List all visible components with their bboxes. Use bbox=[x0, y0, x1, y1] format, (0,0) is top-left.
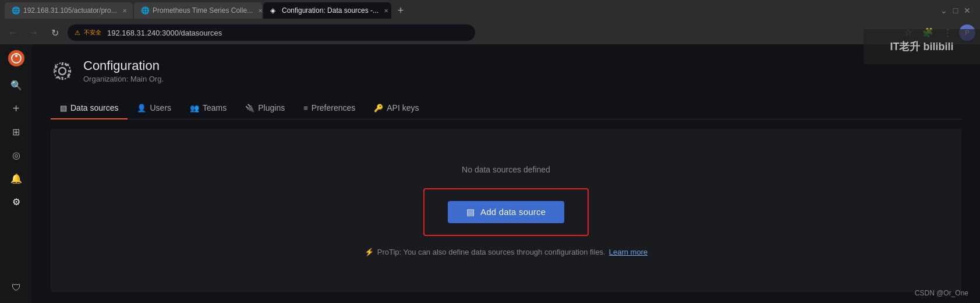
datasources-tab-icon: ▤ bbox=[60, 104, 67, 112]
sidebar-item-server-admin[interactable]: 🛡 bbox=[5, 277, 28, 298]
tab-favicon-2: 🌐 bbox=[141, 6, 149, 15]
server-admin-icon: 🛡 bbox=[12, 283, 21, 293]
protip-text: ⚡ ProTip: You can also define data sourc… bbox=[365, 248, 648, 256]
sidebar: 🔍 + ⊞ ◎ 🔔 ⚙ 🛡 bbox=[0, 44, 32, 303]
tab-users[interactable]: 👤 Users bbox=[128, 97, 181, 119]
explore-icon: ◎ bbox=[12, 150, 20, 161]
sidebar-item-search[interactable]: 🔍 bbox=[5, 75, 28, 96]
preferences-tab-label: Preferences bbox=[312, 103, 355, 112]
sidebar-item-dashboards[interactable]: ⊞ bbox=[5, 121, 28, 142]
datasources-tab-label: Data sources bbox=[70, 103, 118, 112]
tab-favicon-3: ◈ bbox=[270, 6, 278, 15]
page-title-block: Configuration Organization: Main Org. bbox=[83, 58, 164, 83]
tab-teams[interactable]: 👥 Teams bbox=[181, 97, 236, 119]
csdn-watermark: CSDN @Or_One bbox=[915, 289, 968, 297]
maximize-icon[interactable]: □ bbox=[952, 7, 959, 14]
sidebar-item-add[interactable]: + bbox=[5, 98, 28, 119]
configuration-gear-icon bbox=[51, 59, 74, 83]
add-icon: + bbox=[13, 102, 20, 115]
tab-close-3[interactable]: ✕ bbox=[382, 6, 390, 15]
content-area: No data sources defined ▤ Add data sourc… bbox=[51, 129, 961, 292]
new-tab-button[interactable]: + bbox=[392, 2, 409, 19]
security-icon: ⚠ bbox=[75, 29, 80, 37]
page-subtitle: Organization: Main Org. bbox=[83, 75, 164, 83]
tab-datasources[interactable]: ▤ Data sources bbox=[51, 97, 128, 119]
add-datasource-btn-icon: ▤ bbox=[466, 207, 475, 217]
close-icon[interactable]: ✕ bbox=[964, 7, 971, 14]
main-content: Configuration Organization: Main Org. ▤ … bbox=[32, 44, 980, 303]
csdn-text: CSDN @Or_One bbox=[915, 289, 968, 297]
apikeys-tab-label: API keys bbox=[387, 103, 419, 112]
teams-tab-label: Teams bbox=[203, 103, 227, 112]
tab-label-2: Prometheus Time Series Colle... bbox=[153, 6, 253, 15]
protip-main-text: ProTip: You can also define data sources… bbox=[377, 248, 606, 256]
tab-preferences[interactable]: ≡ Preferences bbox=[294, 97, 365, 119]
svg-point-4 bbox=[54, 63, 70, 79]
configuration-tabs: ▤ Data sources 👤 Users 👥 Teams 🔌 Plugins… bbox=[51, 97, 961, 119]
page-title: Configuration bbox=[83, 58, 164, 73]
grafana-logo[interactable] bbox=[7, 49, 26, 68]
teams-tab-icon: 👥 bbox=[190, 104, 199, 112]
address-bar[interactable]: ⚠ 不安全 192.168.31.240:3000/datasources bbox=[68, 24, 475, 41]
apikeys-tab-icon: 🔑 bbox=[374, 104, 383, 112]
alerting-icon: 🔔 bbox=[10, 173, 22, 184]
watermark: IT老升 bilibili bbox=[864, 29, 980, 64]
sidebar-item-alerting[interactable]: 🔔 bbox=[5, 168, 28, 189]
sidebar-item-configuration[interactable]: ⚙ bbox=[5, 191, 28, 212]
browser-tab-1[interactable]: 🌐 192.168.31.105/actuator/pro... ✕ bbox=[5, 2, 133, 19]
dashboards-icon: ⊞ bbox=[12, 126, 20, 138]
plugins-tab-icon: 🔌 bbox=[245, 104, 254, 112]
add-datasource-btn-label: Add data source bbox=[480, 207, 546, 217]
minimize-icon[interactable]: ⌄ bbox=[940, 7, 947, 14]
back-button[interactable]: ← bbox=[5, 24, 21, 41]
add-datasource-wrapper: ▤ Add data source bbox=[423, 188, 589, 236]
no-data-text: No data sources defined bbox=[462, 165, 550, 174]
tab-bar: 🌐 192.168.31.105/actuator/pro... ✕ 🌐 Pro… bbox=[0, 0, 980, 21]
browser-chrome: 🌐 192.168.31.105/actuator/pro... ✕ 🌐 Pro… bbox=[0, 0, 980, 44]
search-icon: 🔍 bbox=[10, 80, 22, 91]
protip-icon: ⚡ bbox=[365, 248, 374, 256]
security-label: 不安全 bbox=[84, 24, 101, 41]
plugins-tab-label: Plugins bbox=[258, 103, 285, 112]
learn-more-link[interactable]: Learn more bbox=[609, 248, 648, 256]
address-bar-row: ← → ↻ ⚠ 不安全 192.168.31.240:3000/datasour… bbox=[0, 21, 980, 44]
svg-point-0 bbox=[8, 50, 24, 66]
svg-point-3 bbox=[59, 68, 66, 75]
tab-close-1[interactable]: ✕ bbox=[121, 6, 129, 15]
page-header: Configuration Organization: Main Org. bbox=[51, 58, 961, 83]
browser-tab-3[interactable]: ◈ Configuration: Data sources -... ✕ bbox=[263, 2, 391, 19]
users-tab-icon: 👤 bbox=[137, 104, 146, 112]
tab-apikeys[interactable]: 🔑 API keys bbox=[365, 97, 428, 119]
window-controls: ⌄ □ ✕ bbox=[940, 7, 975, 14]
tab-label-1: 192.168.31.105/actuator/pro... bbox=[23, 6, 117, 15]
users-tab-label: Users bbox=[150, 103, 171, 112]
add-datasource-button[interactable]: ▤ Add data source bbox=[448, 201, 564, 223]
app-layout: 🔍 + ⊞ ◎ 🔔 ⚙ 🛡 bbox=[0, 44, 980, 303]
preferences-tab-icon: ≡ bbox=[303, 104, 308, 112]
refresh-button[interactable]: ↻ bbox=[47, 24, 63, 41]
tab-favicon-1: 🌐 bbox=[12, 6, 20, 15]
watermark-text: IT老升 bilibili bbox=[890, 40, 954, 54]
sidebar-item-explore[interactable]: ◎ bbox=[5, 145, 28, 165]
tab-plugins[interactable]: 🔌 Plugins bbox=[236, 97, 294, 119]
address-text: 192.168.31.240:3000/datasources bbox=[107, 29, 222, 37]
tab-label-3: Configuration: Data sources -... bbox=[282, 6, 378, 15]
browser-tab-2[interactable]: 🌐 Prometheus Time Series Colle... ✕ bbox=[134, 2, 262, 19]
svg-point-2 bbox=[15, 55, 17, 57]
tab-close-2[interactable]: ✕ bbox=[256, 6, 262, 15]
configuration-icon: ⚙ bbox=[12, 196, 20, 207]
forward-button[interactable]: → bbox=[26, 24, 42, 41]
